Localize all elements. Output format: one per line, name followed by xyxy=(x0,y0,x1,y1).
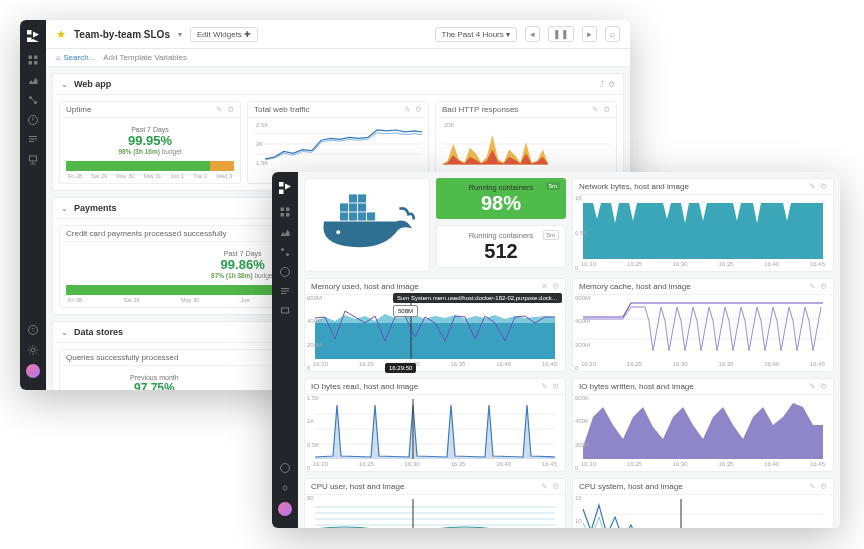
nav-icon-alert[interactable] xyxy=(27,114,39,126)
card-title: Uptime xyxy=(66,105,91,114)
bad-http-chart xyxy=(442,122,610,166)
gear-icon[interactable]: ⚙ xyxy=(552,382,559,391)
svg-point-30 xyxy=(336,230,340,234)
edit-icon[interactable]: ✎ xyxy=(809,282,816,291)
app-logo xyxy=(276,178,294,198)
svg-rect-23 xyxy=(358,212,366,220)
gear-icon[interactable]: ⚙ xyxy=(608,80,615,89)
page-title: Team-by-team SLOs xyxy=(74,29,170,40)
nav-icon-metrics[interactable] xyxy=(279,226,291,238)
svg-rect-2 xyxy=(29,61,33,65)
edit-icon[interactable]: ✎ xyxy=(809,182,816,191)
uptime-bars xyxy=(66,161,234,171)
nav-icon-dashboard[interactable] xyxy=(279,206,291,218)
card-title: Total web traffic xyxy=(254,105,309,114)
nav-icon-dashboard[interactable] xyxy=(27,54,39,66)
chevron-down-icon: ⌄ xyxy=(61,204,68,213)
traffic-chart xyxy=(254,122,422,166)
layout-fwd-icon[interactable]: ▸ xyxy=(582,26,597,42)
nav-icon-alert[interactable] xyxy=(279,266,291,278)
svg-rect-28 xyxy=(349,194,357,202)
nav-icon-logs[interactable] xyxy=(27,134,39,146)
topbar: ★ Team-by-team SLOs ▾ Edit Widgets ✚ The… xyxy=(46,20,630,49)
edit-icon[interactable]: ✎ xyxy=(809,482,816,491)
app-logo xyxy=(24,26,42,46)
gear-icon[interactable] xyxy=(279,482,291,494)
svg-rect-13 xyxy=(281,213,285,217)
memc-chart xyxy=(579,299,827,359)
gear-icon[interactable]: ⚙ xyxy=(552,282,559,291)
main: Running containers 5m 98% Running contai… xyxy=(298,172,840,528)
top-left-block: Running containers 5m 98% Running contai… xyxy=(304,178,566,272)
gear-icon[interactable]: ⚙ xyxy=(603,105,610,114)
share-icon[interactable]: ⤴ xyxy=(600,80,604,89)
svg-rect-12 xyxy=(286,208,290,212)
docker-logo-panel xyxy=(304,178,430,272)
avatar[interactable] xyxy=(278,502,292,516)
edit-icon[interactable]: ✎ xyxy=(592,105,599,114)
gear-icon[interactable]: ⚙ xyxy=(415,105,422,114)
nav-icon-link[interactable] xyxy=(279,246,291,258)
layout-back-icon[interactable]: ◂ xyxy=(525,26,540,42)
section-title: Web app xyxy=(74,79,111,89)
svg-rect-29 xyxy=(358,194,366,202)
edit-icon[interactable]: ✎ xyxy=(541,482,548,491)
panel-cpu-user: CPU user, host and image✎⚙ 80400 16:2016… xyxy=(304,478,566,528)
panel-io-read: IO bytes read, host and image✎⚙ 1.5K1K0.… xyxy=(304,378,566,472)
panel-memory-cache: Memory cache, host and image✎⚙ 600M400M2… xyxy=(572,278,834,372)
layout-pause-icon[interactable]: ❚❚ xyxy=(548,26,574,42)
svg-point-20 xyxy=(283,486,287,490)
nav-icon-metrics[interactable] xyxy=(27,74,39,86)
panel-network-bytes: Network bytes, host and image✎⚙ 1K0.5K0 … xyxy=(572,178,834,272)
svg-rect-0 xyxy=(29,56,33,60)
star-icon[interactable]: ★ xyxy=(56,28,66,41)
edit-icon[interactable]: ✎ xyxy=(216,105,223,114)
card-uptime: Uptime✎⚙ Past 7 Days 99.95% 98% (3h 16m)… xyxy=(59,101,241,184)
gear-icon[interactable]: ⚙ xyxy=(552,482,559,491)
edit-icon[interactable]: ✎ xyxy=(404,105,411,114)
memu-chart xyxy=(311,299,559,359)
close-icon[interactable]: ✕ xyxy=(541,282,548,291)
uptime-value: 99.95% xyxy=(66,133,234,148)
gear-icon[interactable]: ⚙ xyxy=(820,482,827,491)
svg-rect-27 xyxy=(367,212,375,220)
edit-icon[interactable]: ✎ xyxy=(541,382,548,391)
search-link[interactable]: ⌕ Search... xyxy=(56,53,95,62)
help-icon[interactable]: ? xyxy=(27,324,39,336)
nav-icon-logs[interactable] xyxy=(279,286,291,298)
gear-icon[interactable] xyxy=(27,344,39,356)
search-icon[interactable]: ⌕ xyxy=(605,26,620,42)
edit-icon[interactable]: ✎ xyxy=(809,382,816,391)
svg-rect-22 xyxy=(349,212,357,220)
time-range-selector[interactable]: The Past 4 Hours ▾ xyxy=(435,27,517,42)
stat-running-pct: Running containers 5m 98% xyxy=(436,178,566,219)
gear-icon[interactable]: ⚙ xyxy=(227,105,234,114)
tooltip: Sum System.mem.used/host:docker-182-02,p… xyxy=(393,293,562,303)
net-chart xyxy=(579,199,827,259)
svg-text:?: ? xyxy=(31,327,35,333)
svg-rect-18 xyxy=(282,308,289,313)
stat-running-count: Running containers 5m 512 xyxy=(436,225,566,268)
whale-icon xyxy=(307,189,427,261)
cpuu-chart xyxy=(311,499,559,528)
nav-icon-infra[interactable] xyxy=(279,306,291,318)
nav-icon-link[interactable] xyxy=(27,94,39,106)
card-title: Bad HTTP responses xyxy=(442,105,518,114)
svg-rect-1 xyxy=(34,56,38,60)
gear-icon[interactable]: ⚙ xyxy=(820,282,827,291)
gear-icon[interactable]: ⚙ xyxy=(820,182,827,191)
svg-rect-26 xyxy=(358,203,366,211)
gear-icon[interactable]: ⚙ xyxy=(820,382,827,391)
avatar[interactable] xyxy=(26,364,40,378)
add-template-link[interactable]: Add Template Variables xyxy=(103,53,187,62)
svg-point-17 xyxy=(281,268,290,277)
svg-rect-25 xyxy=(349,203,357,211)
svg-rect-11 xyxy=(281,208,285,212)
nav-icon-infra[interactable] xyxy=(27,154,39,166)
chevron-down-icon: ⌄ xyxy=(61,80,68,89)
title-dropdown-icon[interactable]: ▾ xyxy=(178,30,182,39)
edit-widgets-button[interactable]: Edit Widgets ✚ xyxy=(190,27,258,42)
panel-cpu-system: CPU system, host and image✎⚙ 151050 16:2… xyxy=(572,478,834,528)
help-icon[interactable] xyxy=(279,462,291,474)
section-header[interactable]: ⌄ Web app ⤴⚙ xyxy=(53,74,623,95)
